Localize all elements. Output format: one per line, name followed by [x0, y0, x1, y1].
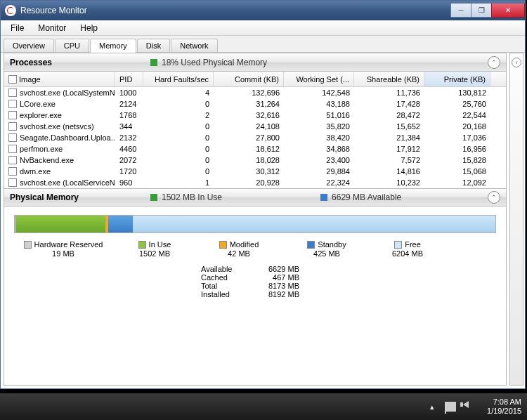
tab-network[interactable]: Network	[171, 39, 217, 52]
seg-in-use	[16, 216, 105, 232]
show-hidden-icons-icon[interactable]: ▴	[427, 401, 438, 412]
col-shareable[interactable]: Shareable (KB)	[354, 72, 424, 86]
tab-disk[interactable]: Disk	[137, 39, 170, 52]
clock-date: 1/19/2015	[487, 407, 521, 416]
resource-monitor-window: Resource Monitor ─ ❐ ✕ File Monitor Help…	[0, 0, 526, 389]
col-image[interactable]: Image	[4, 72, 115, 86]
menu-help[interactable]: Help	[73, 22, 105, 34]
memory-legend: Hardware Reserved 19 MB In Use 1502 MB M…	[4, 240, 506, 258]
tabbar: Overview CPU Memory Disk Network	[1, 36, 525, 53]
menu-file[interactable]: File	[4, 22, 31, 34]
swatch-standby-icon	[307, 241, 315, 249]
action-center-icon[interactable]	[445, 402, 456, 412]
clock[interactable]: 7:08 AM 1/19/2015	[487, 398, 521, 416]
tab-overview[interactable]: Overview	[4, 39, 54, 52]
grid-body[interactable]: svchost.exe (LocalSystemNet...10004132,6…	[4, 87, 506, 188]
window-title: Resource Monitor	[20, 6, 451, 15]
swatch-hardware-icon	[24, 241, 32, 249]
processes-grid: Image PID Hard Faults/sec Commit (KB) Wo…	[4, 72, 506, 188]
table-row[interactable]: explorer.exe1768232,61651,01628,47222,54…	[4, 110, 506, 121]
close-button[interactable]: ✕	[491, 4, 525, 18]
legend-free: Free 6204 MB	[372, 240, 443, 258]
processes-header[interactable]: Processes 18% Used Physical Memory ⌃	[4, 53, 506, 72]
physmem-header[interactable]: Physical Memory 1502 MB In Use 6629 MB A…	[4, 188, 506, 206]
processes-title: Processes	[10, 58, 150, 67]
system-tray: ▴ 7:08 AM 1/19/2015	[427, 398, 521, 416]
select-all-checkbox[interactable]	[8, 75, 17, 84]
seg-standby	[108, 216, 134, 232]
tab-memory[interactable]: Memory	[90, 39, 136, 53]
row-checkbox[interactable]	[8, 88, 17, 97]
swatch-modified-icon	[219, 241, 227, 249]
maximize-button[interactable]: ❐	[471, 4, 492, 18]
memory-usage-text: 18% Used Physical Memory	[162, 58, 267, 67]
col-private[interactable]: Private (KB)	[424, 72, 490, 86]
legend-in-use: In Use 1502 MB	[112, 240, 197, 258]
inuse-icon	[150, 194, 157, 201]
content-pane: Processes 18% Used Physical Memory ⌃ Ima…	[4, 53, 507, 386]
table-row[interactable]: LCore.exe2124031,26443,18817,42825,760	[4, 98, 506, 110]
swatch-free-icon	[394, 241, 402, 249]
swatch-inuse-icon	[138, 241, 146, 249]
row-checkbox[interactable]	[8, 111, 17, 119]
minimize-button[interactable]: ─	[450, 4, 471, 18]
col-hard-faults[interactable]: Hard Faults/sec	[143, 72, 214, 86]
memory-usage-icon	[150, 59, 157, 66]
row-checkbox[interactable]	[8, 156, 17, 164]
memory-stats: Available6629 MB Cached467 MB Total8173 …	[201, 265, 506, 298]
row-checkbox[interactable]	[8, 167, 17, 176]
menubar: File Monitor Help	[1, 20, 525, 36]
tab-cpu[interactable]: CPU	[55, 39, 89, 52]
titlebar[interactable]: Resource Monitor ─ ❐ ✕	[1, 1, 525, 20]
inuse-text: 1502 MB In Use	[162, 192, 222, 202]
row-checkbox[interactable]	[8, 100, 17, 108]
table-row[interactable]: svchost.exe (netsvcs)344024,10835,82015,…	[4, 121, 506, 132]
clock-time: 7:08 AM	[487, 398, 521, 407]
memory-bar	[14, 215, 496, 233]
menu-monitor[interactable]: Monitor	[31, 22, 73, 34]
available-icon	[320, 194, 327, 201]
legend-hardware-reserved: Hardware Reserved 19 MB	[14, 240, 112, 258]
row-checkbox[interactable]	[8, 133, 17, 142]
collapse-processes-button[interactable]: ⌃	[488, 56, 500, 69]
right-sidebar: ‹	[509, 53, 523, 386]
row-checkbox[interactable]	[8, 122, 17, 131]
physmem-title: Physical Memory	[10, 192, 150, 202]
collapse-physmem-button[interactable]: ⌃	[488, 191, 500, 204]
row-checkbox[interactable]	[8, 178, 17, 187]
app-icon	[5, 5, 16, 16]
available-text: 6629 MB Available	[332, 192, 401, 202]
taskbar[interactable]: ▴ 7:08 AM 1/19/2015	[0, 393, 527, 420]
expand-sidebar-button[interactable]: ‹	[512, 58, 521, 67]
table-row[interactable]: svchost.exe (LocalServiceNet...960120,92…	[4, 177, 506, 188]
col-working-set[interactable]: Working Set (...	[284, 72, 354, 86]
legend-modified: Modified 42 MB	[197, 240, 281, 258]
table-row[interactable]: NvBackend.exe2072018,02823,4007,57215,82…	[4, 155, 506, 166]
volume-icon[interactable]	[463, 401, 474, 412]
grid-header: Image PID Hard Faults/sec Commit (KB) Wo…	[4, 72, 506, 87]
table-row[interactable]: dwm.exe1720030,31229,88414,81615,068	[4, 166, 506, 177]
table-row[interactable]: perfmon.exe4460018,61234,86817,91216,956	[4, 143, 506, 155]
col-commit[interactable]: Commit (KB)	[214, 72, 284, 86]
row-checkbox[interactable]	[8, 145, 17, 153]
table-row[interactable]: svchost.exe (LocalSystemNet...10004132,6…	[4, 87, 506, 98]
legend-standby: Standby 425 MB	[281, 240, 372, 258]
col-pid[interactable]: PID	[115, 72, 143, 86]
seg-free	[133, 216, 495, 232]
table-row[interactable]: Seagate.Dashboard.Uploa...2132027,80038,…	[4, 132, 506, 143]
